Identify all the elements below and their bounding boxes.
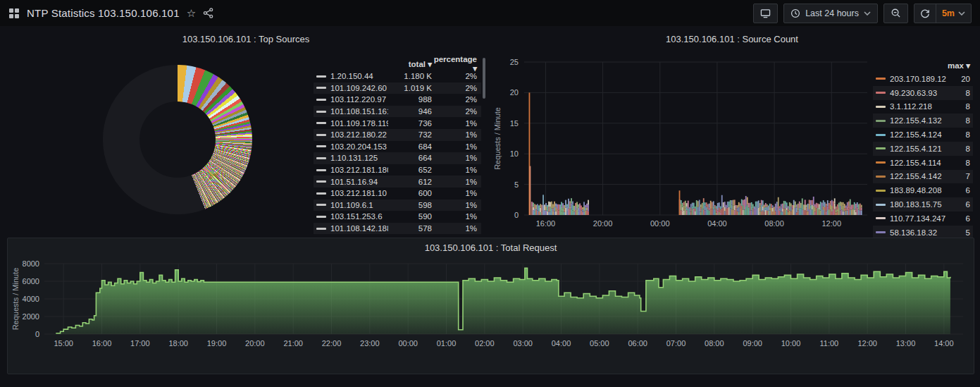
share-icon[interactable]: [203, 8, 213, 18]
svg-text:19:00: 19:00: [207, 339, 227, 348]
tv-mode-button[interactable]: [753, 4, 778, 23]
panel-source-count: 103.150.106.101 : Source Count 051015202…: [488, 30, 976, 235]
series-label: 1.20.150.44: [330, 72, 388, 80]
legend-scrollbar[interactable]: [483, 58, 485, 99]
series-label: 180.183.15.75: [890, 200, 946, 209]
legend-row[interactable]: 103.212.181.1806521%: [314, 164, 481, 176]
svg-text:Requests / Minute: Requests / Minute: [493, 107, 502, 170]
svg-text:20:00: 20:00: [245, 339, 265, 348]
series-label: 101.109.242.60: [330, 84, 388, 92]
legend-row[interactable]: 122.155.4.1328: [873, 113, 973, 128]
svg-text:09:00: 09:00: [743, 339, 762, 348]
legend-row[interactable]: 101.109.242.601.019 K2%: [314, 82, 481, 94]
legend-row[interactable]: 183.89.48.2086: [873, 183, 973, 197]
percentage-value: 2%: [432, 72, 481, 80]
legend-row[interactable]: 110.77.134.2476: [873, 211, 973, 226]
svg-text:21:00: 21:00: [283, 339, 303, 348]
dashboard-title[interactable]: NTP Statistics 103.150.106.101: [27, 7, 180, 19]
sort-by-total[interactable]: total ▾: [388, 59, 432, 69]
total-value: 684: [388, 142, 432, 151]
legend-row[interactable]: 122.155.4.1148: [873, 156, 973, 170]
svg-text:5: 5: [514, 180, 519, 189]
svg-text:23:00: 23:00: [360, 339, 380, 348]
panel-title[interactable]: 103.150.106.101 : Top Sources: [6, 34, 486, 44]
refresh-button[interactable]: [914, 4, 936, 23]
panel-title[interactable]: 103.150.106.101 : Source Count: [488, 34, 976, 44]
source-count-chart[interactable]: 051015202516:0020:0000:0004:0008:0012:00…: [492, 55, 869, 233]
svg-text:00:00: 00:00: [398, 339, 418, 348]
legend-row[interactable]: 103.20.204.1536841%: [314, 141, 481, 153]
series-label: 101.51.16.94: [330, 178, 388, 186]
star-glyph: ☆: [187, 8, 196, 18]
legend-row[interactable]: 101.108.142.1885781%: [314, 223, 481, 235]
legend-row[interactable]: 101.51.16.946121%: [314, 176, 481, 188]
svg-text:05:00: 05:00: [590, 339, 609, 348]
svg-text:03:00: 03:00: [513, 339, 533, 348]
legend-row[interactable]: 180.183.15.756: [873, 197, 973, 211]
svg-text:04:00: 04:00: [707, 219, 727, 228]
percentage-value: 2%: [432, 95, 481, 104]
percentage-value: 1%: [432, 119, 481, 128]
percentage-value: 1%: [432, 154, 481, 162]
legend-rows: 1.20.150.441.180 K2%101.109.242.601.019 …: [314, 70, 481, 234]
series-swatch: [876, 161, 886, 164]
series-label: 122.155.4.132: [890, 116, 946, 125]
max-value: 5: [946, 228, 973, 237]
percentage-value: 2%: [432, 84, 481, 92]
max-value: 6: [946, 214, 973, 223]
svg-text:04:00: 04:00: [552, 339, 571, 348]
refresh-interval-picker[interactable]: 5m: [936, 4, 971, 23]
total-value: 946: [388, 107, 432, 116]
series-swatch: [876, 176, 886, 178]
time-range-picker[interactable]: Last 24 hours: [783, 4, 878, 23]
legend-row[interactable]: 122.155.4.1248: [873, 128, 973, 142]
legend-row[interactable]: 103.112.220.979882%: [314, 94, 481, 106]
svg-text:01:00: 01:00: [437, 339, 457, 348]
svg-text:8000: 8000: [23, 259, 39, 268]
sort-by-max[interactable]: max ▾: [946, 61, 973, 70]
dashboards-grid-icon[interactable]: [8, 8, 20, 19]
panel-top-sources: 103.150.106.101 : Top Sources total ▾ pe…: [6, 30, 486, 235]
legend-row[interactable]: 203.170.189.12920: [873, 72, 973, 86]
total-request-chart[interactable]: 0200040006000800015:0016:0017:0018:0019:…: [11, 254, 972, 372]
series-label: 103.20.204.153: [330, 142, 388, 151]
panel-total-request: 103.150.106.101 : Total Request 02000400…: [7, 238, 974, 374]
series-swatch: [316, 122, 326, 124]
legend-row[interactable]: 1.20.150.441.180 K2%: [314, 70, 481, 82]
star-icon[interactable]: ☆: [187, 8, 196, 18]
svg-text:25: 25: [510, 58, 519, 66]
max-value: 8: [946, 159, 973, 167]
legend-row[interactable]: 103.212.181.106001%: [314, 188, 481, 199]
series-label: 203.170.189.129: [890, 75, 946, 83]
svg-text:02:00: 02:00: [475, 339, 495, 348]
legend-row[interactable]: 103.212.180.227321%: [314, 129, 481, 141]
legend-row[interactable]: 122.155.4.1427: [873, 170, 973, 184]
legend-row[interactable]: 49.230.63.938: [873, 86, 973, 100]
svg-text:0: 0: [35, 330, 39, 338]
percentage-value: 1%: [432, 166, 481, 174]
total-value: 590: [388, 212, 432, 221]
series-swatch: [876, 217, 886, 219]
legend-row[interactable]: 1.10.131.1256641%: [314, 152, 481, 164]
svg-text:16:00: 16:00: [92, 339, 112, 348]
series-label: 101.108.142.188: [330, 224, 388, 233]
total-value: 732: [388, 130, 432, 139]
legend-row[interactable]: 101.109.6.15981%: [314, 199, 481, 211]
legend-row[interactable]: 103.151.253.65901%: [314, 211, 481, 223]
total-value: 988: [388, 95, 432, 104]
series-swatch: [316, 134, 326, 136]
svg-text:18:00: 18:00: [168, 339, 188, 348]
legend-row[interactable]: 3.1.112.2188: [873, 100, 973, 114]
panel-title[interactable]: 103.150.106.101 : Total Request: [8, 242, 974, 253]
total-value: 600: [388, 189, 432, 197]
zoom-out-icon: [891, 8, 901, 18]
sort-by-percentage[interactable]: percentage ▾: [432, 55, 481, 73]
svg-text:20:00: 20:00: [593, 219, 613, 228]
zoom-out-button[interactable]: [883, 4, 908, 23]
donut-chart[interactable]: [103, 65, 252, 214]
total-value: 736: [388, 119, 432, 128]
svg-text:15: 15: [510, 119, 519, 128]
legend-row[interactable]: 122.155.4.1218: [873, 142, 973, 156]
legend-row[interactable]: 101.108.151.1619462%: [314, 106, 481, 118]
legend-row[interactable]: 101.109.178.1197361%: [314, 117, 481, 129]
